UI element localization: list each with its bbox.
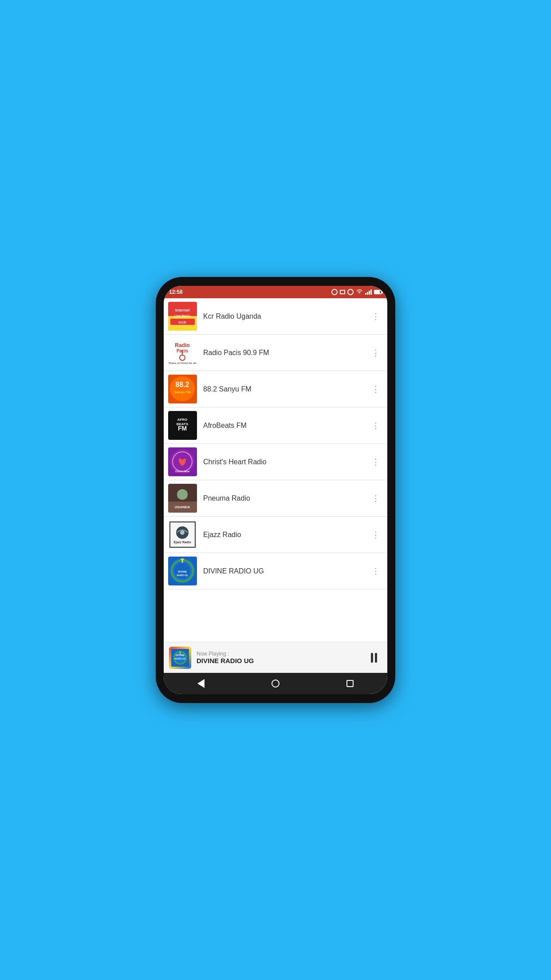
- radio-name-pneuma: Pneuma Radio: [203, 494, 369, 502]
- radio-name-pacis: Radio Pacis 90.9 FM: [203, 349, 369, 357]
- radio-item-afrobeats[interactable]: AFRO BEATS FM AfroBeats FM⋮: [164, 407, 387, 444]
- more-button-pneuma[interactable]: ⋮: [369, 491, 383, 506]
- radio-logo-afrobeats: AFRO BEATS FM: [168, 411, 197, 440]
- svg-text:UGANDA: UGANDA: [174, 505, 190, 509]
- battery-icon: [374, 290, 382, 294]
- home-button[interactable]: [263, 678, 288, 689]
- more-button-christsheart[interactable]: ⋮: [369, 454, 383, 470]
- pause-bar-left: [371, 653, 373, 663]
- home-icon: [272, 680, 279, 688]
- svg-text:AFRO: AFRO: [177, 418, 188, 422]
- sim-icon: [340, 290, 345, 294]
- svg-text:KCR: KCR: [178, 320, 186, 324]
- svg-text:Ejazz Radio: Ejazz Radio: [174, 541, 191, 544]
- phone-screen: 12:58: [164, 286, 387, 694]
- pause-bar-right: [375, 653, 377, 663]
- radio-name-sanyu: 88.2 Sanyu FM: [203, 385, 369, 393]
- recent-button[interactable]: [338, 678, 362, 689]
- svg-point-31: [180, 530, 185, 535]
- status-time: 12:58: [169, 289, 183, 295]
- more-button-sanyu[interactable]: ⋮: [369, 382, 383, 397]
- svg-text:RADIO UG: RADIO UG: [177, 574, 188, 577]
- radio-logo-kcr: Internet Live Radio KCR: [168, 302, 197, 331]
- svg-text:Internet: Internet: [175, 308, 189, 312]
- radio-item-divine[interactable]: DIVINE RADIO UG DIVINE RADIO UG⋮: [164, 553, 387, 589]
- now-playing-text: Now Playing : DIVINE RADIO UG: [197, 651, 366, 664]
- nav-bar: [164, 673, 387, 694]
- radio-logo-divine: DIVINE RADIO UG: [168, 557, 197, 585]
- svg-text:FM: FM: [178, 425, 187, 432]
- now-playing-bar[interactable]: DIVINE RADIO UG Now Playing : DIVINE RAD…: [164, 642, 387, 673]
- svg-point-13: [170, 376, 195, 401]
- svg-text:Sanyu FM: Sanyu FM: [174, 390, 191, 394]
- back-button[interactable]: [189, 677, 213, 690]
- more-button-pacis[interactable]: ⋮: [369, 345, 383, 360]
- svg-text:Live Radio: Live Radio: [174, 314, 190, 317]
- wifi-icon: [356, 289, 363, 295]
- recent-icon: [346, 680, 354, 687]
- now-playing-thumb-inner: DIVINE RADIO UG: [169, 647, 191, 669]
- more-button-divine[interactable]: ⋮: [369, 564, 383, 579]
- pause-button[interactable]: [366, 650, 382, 666]
- now-playing-label: Now Playing :: [197, 651, 366, 657]
- radio-icon-1: [331, 289, 338, 295]
- back-icon: [197, 679, 205, 688]
- svg-text:RADIO UG: RADIO UG: [175, 657, 186, 660]
- now-playing-thumbnail: DIVINE RADIO UG: [169, 647, 191, 669]
- status-bar: 12:58: [164, 286, 387, 298]
- more-button-afrobeats[interactable]: ⋮: [369, 418, 383, 433]
- radio-item-pacis[interactable]: Radio Pacis Peace of Christ for all Radi…: [164, 335, 387, 371]
- svg-point-27: [177, 489, 188, 500]
- svg-text:DIVINE: DIVINE: [178, 570, 187, 573]
- more-button-kcr[interactable]: ⋮: [369, 309, 383, 324]
- radio-name-afrobeats: AfroBeats FM: [203, 422, 369, 430]
- pause-icon: [371, 653, 377, 663]
- signal-icon: [365, 289, 372, 295]
- svg-text:Radio: Radio: [175, 342, 189, 348]
- svg-text:Christ's Heart: Christ's Heart: [175, 470, 190, 473]
- radio-name-christsheart: Christ's Heart Radio: [203, 458, 369, 466]
- svg-text:88.2: 88.2: [175, 381, 189, 388]
- radio-name-divine: DIVINE RADIO UG: [203, 567, 369, 575]
- radio-item-kcr[interactable]: Internet Live Radio KCR Kcr Radio Uganda…: [164, 298, 387, 335]
- radio-logo-pneuma: UGANDA: [168, 484, 197, 513]
- radio-item-sanyu[interactable]: 88.2 Sanyu FM 88.2 Sanyu FM⋮: [164, 371, 387, 407]
- radio-logo-ejazz: Ejazz Radio: [168, 520, 197, 549]
- radio-logo-pacis: Radio Pacis Peace of Christ for all: [168, 338, 197, 367]
- radio-list: Internet Live Radio KCR Kcr Radio Uganda…: [164, 298, 387, 642]
- radio-name-kcr: Kcr Radio Uganda: [203, 312, 369, 320]
- radio-name-ejazz: Ejazz Radio: [203, 531, 369, 539]
- more-button-ejazz[interactable]: ⋮: [369, 527, 383, 542]
- status-icons: [331, 289, 382, 295]
- svg-text:Peace of Christ for all: Peace of Christ for all: [169, 362, 196, 364]
- now-playing-title: DIVINE RADIO UG: [197, 657, 366, 664]
- radio-item-christsheart[interactable]: Christ's Heart Christ's Heart Radio⋮: [164, 444, 387, 480]
- radio-item-ejazz[interactable]: Ejazz Radio Ejazz Radio⋮: [164, 517, 387, 553]
- phone-frame: 12:58: [156, 277, 395, 703]
- radio-item-pneuma[interactable]: UGANDA Pneuma Radio⋮: [164, 480, 387, 517]
- radio-logo-christsheart: Christ's Heart: [168, 447, 197, 476]
- radio-logo-sanyu: 88.2 Sanyu FM: [168, 375, 197, 403]
- radio-icon-2: [347, 289, 354, 295]
